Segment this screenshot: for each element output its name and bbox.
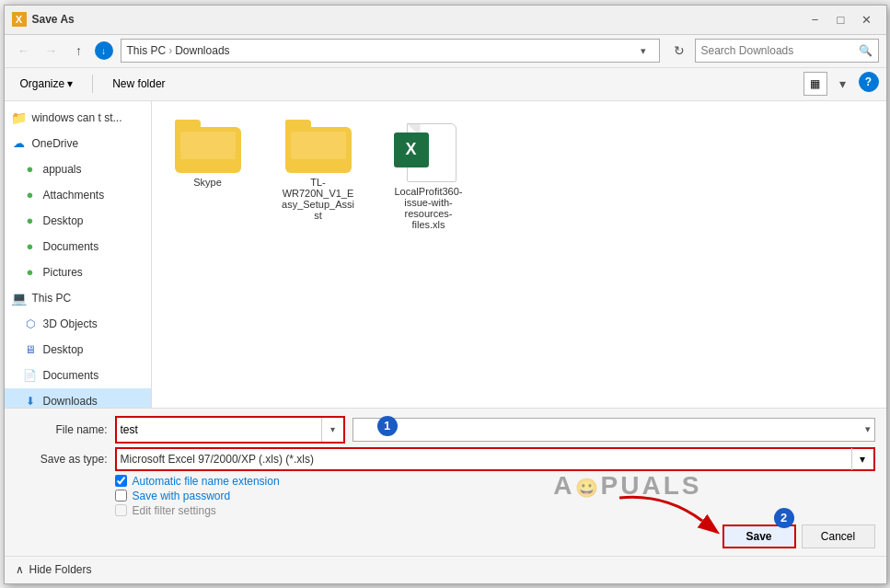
maximize-button[interactable]: □ (829, 9, 853, 29)
sidebar-item-documents-od[interactable]: ● Documents (5, 234, 151, 259)
annotation-marker-2: 2 (774, 508, 794, 528)
auto-extension-label: Automatic file name extension (133, 475, 280, 488)
excel-logo: X (394, 133, 429, 167)
sidebar-item-desktop-od[interactable]: ● Desktop (5, 208, 151, 234)
sidebar-item-appuals[interactable]: ● appuals (5, 156, 151, 182)
sidebar-item-pictures[interactable]: ● Pictures (5, 259, 151, 285)
folder-shine-tlwr (291, 132, 346, 159)
options-area: Automatic file name extension Save with … (115, 475, 875, 517)
sidebar-item-onedrive[interactable]: ☁ OneDrive (5, 131, 151, 156)
sidebar-item-label: appuals (43, 163, 82, 176)
file-label-tlwr: TL-WR720N_V1_Easy_Setup_Assist (281, 177, 356, 221)
folder-icon-large-tlwr (285, 120, 352, 173)
path-part-thispc: This PC (127, 44, 167, 57)
documents-icon: 📄 (23, 368, 38, 383)
sidebar-item-3dobjects[interactable]: ⬡ 3D Objects (5, 311, 151, 337)
hide-folders-bar[interactable]: ∧ Hide Folders (5, 556, 886, 583)
green-dot-icon: ● (23, 239, 38, 254)
sidebar-item-label: Documents (43, 369, 99, 382)
sidebar-item-attachments[interactable]: ● Attachments (5, 182, 151, 208)
folder-icon: 📁 (12, 110, 27, 125)
sidebar-item-documents-pc[interactable]: 📄 Documents (5, 363, 151, 388)
file-name-dropdown[interactable]: ▾ (321, 418, 343, 442)
new-folder-button[interactable]: New folder (104, 73, 173, 95)
toolbar-divider (92, 75, 93, 93)
title-bar-icon: X (12, 12, 27, 27)
save-as-type-row: Save as type: Microsoft Excel 97/2000/XP… (16, 447, 875, 471)
minimize-button[interactable]: − (803, 9, 827, 29)
help-button[interactable]: ? (859, 72, 879, 92)
edit-filter-row: Edit filter settings (115, 504, 875, 517)
sidebar-item-label: Desktop (43, 343, 84, 356)
toolbar: Organize ▾ New folder ▦ ▾ ? (5, 68, 886, 101)
refresh-button[interactable]: ↻ (667, 39, 691, 63)
folder-body (175, 127, 241, 173)
save-with-password-row: Save with password (115, 490, 875, 502)
auto-extension-row: Automatic file name extension (115, 475, 875, 488)
title-bar: X Save As − □ ✕ (5, 6, 886, 35)
close-button[interactable]: ✕ (855, 9, 879, 29)
footer-row: Save Cancel (16, 525, 875, 548)
new-folder-label: New folder (112, 77, 165, 90)
sidebar-item-thispc[interactable]: 💻 This PC (5, 285, 151, 311)
sidebar-item-label: windows can t st... (32, 111, 122, 124)
auto-extension-checkbox[interactable] (115, 475, 127, 487)
back-button[interactable]: ← (12, 39, 36, 63)
address-bar[interactable]: This PC › Downloads ▾ (121, 39, 660, 63)
organize-button[interactable]: Organize ▾ (12, 73, 82, 95)
file-item-localprofit[interactable]: X LocalProfit360-issue-with-resources-fi… (387, 116, 470, 234)
file-name-input[interactable] (117, 418, 343, 442)
view-icon: ▦ (810, 77, 820, 90)
forward-button[interactable]: → (40, 39, 64, 63)
file-name-extra-input[interactable]: ▾ (353, 418, 875, 442)
file-label-skype: Skype (193, 177, 222, 188)
thispc-icon: 💻 (12, 291, 27, 306)
view-button[interactable]: ▦ (803, 72, 827, 96)
search-input[interactable] (701, 44, 859, 57)
sidebar-item-label: Downloads (43, 395, 98, 408)
annotation-marker-1: 1 (377, 416, 398, 436)
sidebar-item-label: Attachments (43, 189, 105, 202)
title-bar-text: Save As (32, 13, 803, 26)
file-name-row: File name: ▾ ▾ (16, 416, 875, 444)
onedrive-icon: ☁ (12, 136, 27, 151)
search-icon: 🔍 (859, 44, 873, 57)
folder-shine (180, 132, 236, 159)
save-type-select-wrapper[interactable]: Microsoft Excel 97/2000/XP (.xls) (*.xls… (115, 447, 875, 471)
sidebar-item-label: Pictures (43, 266, 83, 279)
file-item-tlwr720n[interactable]: TL-WR720N_V1_Easy_Setup_Assist (277, 116, 360, 225)
save-type-dropdown-button[interactable]: ▾ (851, 448, 873, 470)
edit-filter-label: Edit filter settings (133, 504, 216, 517)
nav-bar: ← → ↑ ↓ This PC › Downloads ▾ ↻ 🔍 (5, 35, 886, 68)
sidebar-item-downloads[interactable]: ⬇ Downloads (5, 388, 151, 408)
cancel-button[interactable]: Cancel (802, 525, 875, 548)
nav-home-icon[interactable]: ↓ (95, 41, 113, 60)
sidebar-item-desktop-pc[interactable]: 🖥 Desktop (5, 337, 151, 363)
sidebar-item-windows-cant-start[interactable]: 📁 windows can t st... (5, 105, 151, 131)
toolbar-right: ▦ ▾ ? (803, 72, 879, 96)
green-dot-icon: ● (23, 213, 38, 228)
file-item-skype[interactable]: Skype (167, 116, 249, 191)
edit-filter-checkbox[interactable] (115, 504, 127, 516)
help-label: ? (865, 75, 872, 88)
folder-icon-large (175, 120, 241, 173)
file-name-input-wrapper: ▾ (115, 416, 345, 444)
title-bar-controls: − □ ✕ (803, 9, 879, 29)
address-dropdown-button[interactable]: ▾ (633, 40, 653, 61)
sidebar-item-label: Documents (43, 240, 99, 253)
view-dropdown-button[interactable]: ▾ (831, 72, 855, 96)
desktop-icon: 🖥 (23, 342, 38, 357)
save-type-value: Microsoft Excel 97/2000/XP (.xls) (*.xls… (117, 453, 851, 466)
3dobjects-icon: ⬡ (23, 317, 38, 331)
folder-body-tlwr (285, 127, 352, 173)
search-box: 🔍 (695, 39, 879, 63)
up-button[interactable]: ↑ (67, 39, 91, 63)
excel-icon-large: X (401, 120, 457, 182)
path-part-downloads: Downloads (175, 44, 229, 57)
file-area: Skype TL-WR720N_V1_Easy_Setup_Assist (152, 101, 886, 408)
save-with-password-checkbox[interactable] (115, 490, 127, 502)
hide-folders-icon: ∧ (16, 563, 24, 576)
save-with-password-label: Save with password (133, 490, 231, 502)
green-dot-icon: ● (23, 162, 38, 177)
save-as-dialog: X Save As − □ ✕ ← → ↑ ↓ This PC › Downlo… (4, 5, 887, 584)
